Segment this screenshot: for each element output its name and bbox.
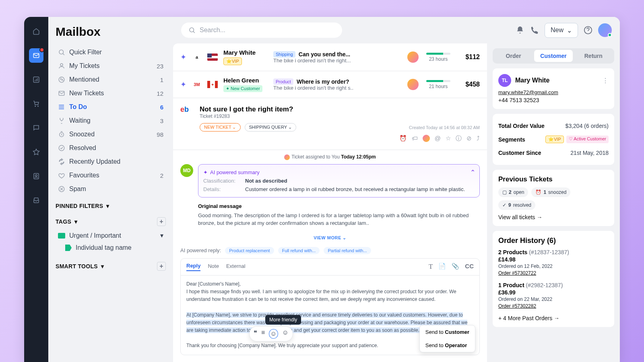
search-icon — [188, 27, 196, 34]
emoji-friendly-icon[interactable]: ☺ — [269, 329, 278, 339]
category-pill[interactable]: SHIPPING QUERY ⌄ — [245, 123, 296, 132]
tab-external[interactable]: External — [226, 263, 246, 271]
more-orders[interactable]: + 4 More Past Orders → — [498, 315, 609, 321]
filter-snoozed[interactable]: Snoozed98 — [56, 129, 166, 140]
original-message: Original message Good morning. The descr… — [173, 203, 487, 233]
new-button[interactable]: New⌄ — [545, 23, 578, 38]
page-title: Mailbox — [56, 25, 166, 39]
tab-reply[interactable]: Reply — [186, 263, 200, 271]
reply-chip[interactable]: Full refund with... — [278, 247, 320, 254]
filter-mentioned[interactable]: Mentioned1 — [56, 74, 166, 85]
quote-icon[interactable]: ❝ — [254, 329, 257, 339]
ticket-detail-header: eb Not sure I got the right item? Ticket… — [173, 98, 487, 150]
add-tool-button[interactable]: + — [157, 262, 166, 271]
emoji-icon[interactable]: ☺ — [282, 329, 289, 339]
customer-avatar: TL — [498, 74, 511, 87]
created-timestamp: Created Today at 14:56 at 08:32 AM — [409, 125, 480, 130]
star-icon[interactable]: ☆ — [446, 135, 451, 142]
bell-icon[interactable] — [516, 26, 524, 35]
summarize-icon[interactable]: ≡ — [261, 329, 265, 339]
chevron-down-icon: ▾ — [160, 232, 163, 239]
tag-icon[interactable]: 🏷 — [412, 135, 418, 142]
tab-order[interactable]: Order — [494, 50, 533, 62]
ticket-row[interactable]: ✦3M✦Helen Green✦ New CustomerProductWher… — [173, 71, 487, 98]
order-item[interactable]: 1 Product (#2982-12387)£36.99Ordered on … — [498, 282, 609, 309]
document-icon[interactable]: 📄 — [438, 263, 446, 271]
filter-spam[interactable]: Spam — [56, 183, 166, 195]
svg-point-11 — [59, 145, 64, 151]
filter-quick-filter[interactable]: Quick Filter — [56, 47, 166, 58]
assignee-avatar — [407, 51, 419, 63]
ticket-title: Not sure I got the right item? — [200, 105, 480, 113]
view-all-tickets[interactable]: View all tickets → — [498, 214, 609, 220]
mail-icon[interactable] — [29, 48, 43, 63]
search-input[interactable]: Search... — [181, 23, 342, 38]
customer-name: Mary White — [515, 77, 549, 84]
tag-folder[interactable]: Urgent / Important▾ — [56, 229, 166, 242]
stat-open[interactable]: ▢ 2 open — [498, 187, 528, 197]
filter-my-tickets[interactable]: My Tickets23 — [56, 60, 166, 72]
svg-point-13 — [190, 28, 194, 32]
customer-email[interactable]: mary.white72@gmail.com — [498, 89, 609, 95]
send-to-operator[interactable]: Send to Operator — [420, 339, 475, 352]
smart-tools-header[interactable]: SMART TOOLS▾+ — [56, 262, 166, 271]
block-icon[interactable]: ⊘ — [466, 135, 472, 142]
ai-summary-header: ✦ AI powered summary — [203, 169, 475, 175]
stat-resolved[interactable]: ✓ 9 resolved — [498, 200, 535, 210]
cc-button[interactable]: CC — [465, 263, 474, 271]
stat-snoozed[interactable]: ⏰ 1 snoozed — [531, 187, 570, 197]
contacts-icon[interactable] — [29, 169, 43, 183]
tab-note[interactable]: Note — [208, 263, 219, 271]
ticket-id: Ticket #19283 — [200, 113, 480, 119]
customer-phone: +44 7513 32523 — [498, 97, 609, 103]
tab-customer[interactable]: Customer — [534, 50, 572, 62]
previous-tickets: Previous Tickets ▢ 2 open ⏰ 1 snoozed ✓ … — [493, 170, 614, 226]
text-format-icon[interactable]: T — [429, 263, 433, 271]
reply-chip[interactable]: Product replacement — [225, 247, 274, 254]
filter-favourites[interactable]: Favourites2 — [56, 170, 166, 181]
collapse-icon[interactable]: ⌃ — [470, 169, 475, 176]
home-icon[interactable] — [29, 24, 43, 39]
assignee-avatar-icon[interactable] — [423, 135, 430, 142]
add-tag-button[interactable]: + — [157, 217, 166, 226]
status-pill-new[interactable]: NEW TICKET ⌄ — [200, 123, 241, 132]
tag-item[interactable]: Individual tag name — [56, 242, 166, 254]
reply-chip[interactable]: Partial refund with... — [324, 247, 371, 254]
cart-icon[interactable] — [29, 97, 43, 111]
filter-to-do[interactable]: To Do6 — [56, 101, 166, 113]
filter-resolved[interactable]: Resolved — [56, 142, 166, 154]
order-item[interactable]: 2 Products (#12837-12387)£14.98Ordered o… — [498, 249, 609, 276]
help-icon[interactable] — [584, 26, 592, 35]
star-icon[interactable] — [29, 145, 43, 159]
right-panel: Order Customer Return TL Mary White ⋮ ma… — [487, 43, 620, 362]
sidebar: Mailbox Quick FilterMy Tickets23Mentione… — [48, 17, 173, 362]
ticket-pane: ✦aMary White⭐VIPShippingCan you send the… — [173, 43, 487, 362]
filter-recently-updated[interactable]: Recently Updated — [56, 156, 166, 167]
kebab-icon[interactable]: ⋮ — [602, 77, 609, 84]
pinned-filters-header[interactable]: PINNED FILTERS▾ — [56, 203, 166, 209]
inbox-icon[interactable] — [29, 193, 43, 208]
user-avatar[interactable] — [598, 23, 612, 37]
chevron-down-icon: ▾ — [74, 218, 77, 225]
mention-icon[interactable]: @ — [435, 135, 441, 142]
send-to-customer[interactable]: Send to Customer — [420, 325, 475, 339]
chat-icon[interactable] — [29, 121, 43, 135]
filter-waiting[interactable]: Waiting3 — [56, 115, 166, 126]
tags-header[interactable]: TAGS▾+ — [56, 217, 166, 226]
tab-return[interactable]: Return — [574, 50, 613, 62]
view-more-button[interactable]: VIEW MORE ⌄ — [173, 233, 487, 243]
phone-icon[interactable] — [530, 26, 539, 35]
info-icon[interactable]: ⓘ — [456, 135, 462, 142]
folder-icon — [58, 233, 65, 239]
filter-new-tickets[interactable]: New Tickets12 — [56, 88, 166, 99]
ebay-logo-icon: eb — [180, 105, 195, 120]
snooze-icon[interactable]: ⏰ — [399, 135, 407, 142]
brand-icon: a — [192, 52, 202, 62]
attachment-icon[interactable]: 📎 — [452, 263, 459, 271]
svg-point-5 — [35, 175, 37, 177]
panel-tabs: Order Customer Return — [493, 48, 614, 64]
ticket-row[interactable]: ✦aMary White⭐VIPShippingCan you send the… — [173, 43, 487, 71]
main-area: Search... New⌄ ✦aMary White⭐VIPShippingC… — [173, 17, 620, 362]
share-icon[interactable]: ⤴ — [477, 135, 480, 142]
analytics-icon[interactable] — [29, 72, 43, 87]
